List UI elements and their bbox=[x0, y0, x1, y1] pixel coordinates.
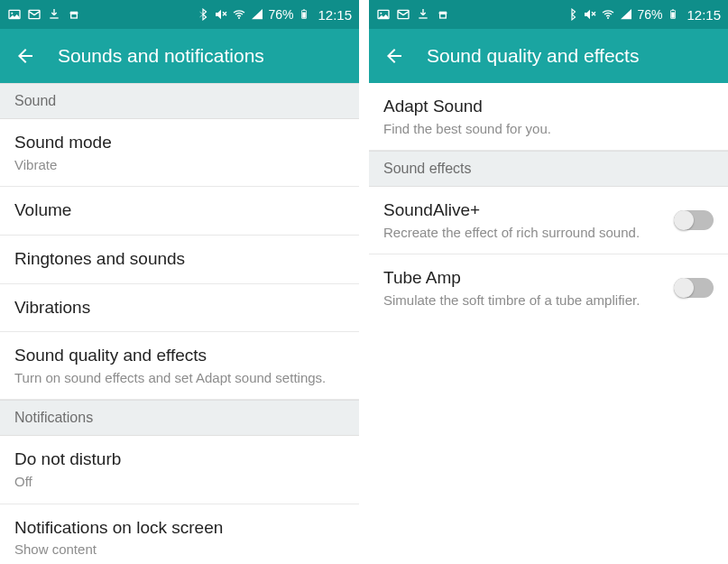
item-title: Sound quality and effects bbox=[14, 345, 345, 367]
svg-rect-14 bbox=[419, 17, 427, 18]
mute-icon bbox=[583, 7, 597, 22]
section-sound-effects: Sound effects bbox=[369, 151, 728, 187]
svg-point-12 bbox=[380, 13, 382, 14]
page-title: Sounds and notifications bbox=[58, 45, 264, 67]
item-title: Adapt Sound bbox=[383, 96, 714, 118]
battery-label: 76% bbox=[637, 7, 662, 22]
back-icon[interactable] bbox=[383, 45, 405, 67]
item-do-not-disturb[interactable]: Do not disturb Off bbox=[0, 436, 359, 504]
item-sub: Turn on sound effects and set Adapt soun… bbox=[14, 369, 345, 387]
item-vibrations[interactable]: Vibrations bbox=[0, 284, 359, 333]
mail-icon bbox=[27, 7, 41, 22]
picture-icon bbox=[7, 7, 22, 22]
item-sub: Recreate the effect of rich surround sou… bbox=[383, 224, 663, 242]
svg-rect-21 bbox=[672, 13, 676, 18]
item-title: Volume bbox=[14, 199, 345, 222]
toggle-tube-amp[interactable] bbox=[674, 278, 714, 298]
store-icon bbox=[67, 7, 81, 22]
svg-point-7 bbox=[238, 17, 240, 19]
picture-icon bbox=[376, 7, 391, 22]
section-notifications: Notifications bbox=[0, 400, 359, 436]
item-volume[interactable]: Volume bbox=[0, 187, 359, 236]
battery-icon bbox=[666, 7, 680, 22]
bluetooth-icon bbox=[565, 7, 579, 22]
wifi-icon bbox=[232, 7, 246, 22]
item-adapt-sound[interactable]: Adapt Sound Find the best sound for you. bbox=[369, 83, 728, 151]
item-sub: Vibrate bbox=[14, 156, 345, 174]
status-bar: 76% 12:15 bbox=[0, 0, 359, 29]
mail-icon bbox=[396, 7, 410, 22]
time-label: 12:15 bbox=[687, 7, 721, 23]
svg-point-1 bbox=[11, 13, 13, 14]
wifi-icon bbox=[601, 7, 615, 22]
item-soundalive[interactable]: SoundAlive+ Recreate the effect of rich … bbox=[369, 187, 728, 254]
bluetooth-icon bbox=[196, 7, 210, 22]
svg-rect-9 bbox=[303, 10, 305, 11]
svg-rect-10 bbox=[303, 13, 307, 18]
store-icon bbox=[436, 7, 450, 22]
svg-point-18 bbox=[607, 17, 609, 19]
signal-icon bbox=[619, 7, 633, 22]
section-sound: Sound bbox=[0, 83, 359, 119]
item-tube-amp[interactable]: Tube Amp Simulate the soft timbre of a t… bbox=[369, 254, 728, 321]
back-icon[interactable] bbox=[14, 45, 36, 67]
item-title: SoundAlive+ bbox=[383, 199, 663, 222]
battery-label: 76% bbox=[268, 7, 293, 22]
svg-rect-15 bbox=[440, 14, 447, 18]
item-sub: Find the best sound for you. bbox=[383, 120, 714, 138]
screen-sounds-notifications: 76% 12:15 Sounds and notifications Sound… bbox=[0, 0, 359, 564]
time-label: 12:15 bbox=[318, 7, 352, 23]
action-bar: Sounds and notifications bbox=[0, 29, 359, 83]
battery-icon bbox=[297, 7, 311, 22]
download-icon bbox=[416, 7, 430, 22]
screen-sound-quality-effects: 76% 12:15 Sound quality and effects Adap… bbox=[369, 0, 728, 564]
toggle-soundalive[interactable] bbox=[674, 210, 714, 230]
download-icon bbox=[47, 7, 61, 22]
action-bar: Sound quality and effects bbox=[369, 29, 728, 83]
item-sound-quality[interactable]: Sound quality and effects Turn on sound … bbox=[0, 332, 359, 400]
page-title: Sound quality and effects bbox=[427, 45, 639, 67]
item-sound-mode[interactable]: Sound mode Vibrate bbox=[0, 119, 359, 187]
svg-rect-4 bbox=[71, 14, 78, 18]
svg-rect-3 bbox=[50, 17, 58, 18]
item-title: Tube Amp bbox=[383, 267, 663, 290]
item-ringtones[interactable]: Ringtones and sounds bbox=[0, 236, 359, 284]
item-sub: Simulate the soft timbre of a tube ampli… bbox=[383, 291, 663, 310]
item-sub: Off bbox=[14, 473, 345, 491]
item-title: Notifications on lock screen bbox=[14, 517, 345, 540]
status-bar: 76% 12:15 bbox=[369, 0, 728, 29]
item-sub: Show content bbox=[14, 541, 345, 559]
signal-icon bbox=[250, 7, 264, 22]
item-title: Do not disturb bbox=[14, 448, 345, 471]
item-title: Ringtones and sounds bbox=[14, 248, 345, 271]
svg-rect-20 bbox=[672, 10, 674, 11]
item-lock-screen-notifications[interactable]: Notifications on lock screen Show conten… bbox=[0, 504, 359, 564]
mute-icon bbox=[214, 7, 228, 22]
item-title: Vibrations bbox=[14, 297, 345, 319]
item-title: Sound mode bbox=[14, 132, 345, 154]
